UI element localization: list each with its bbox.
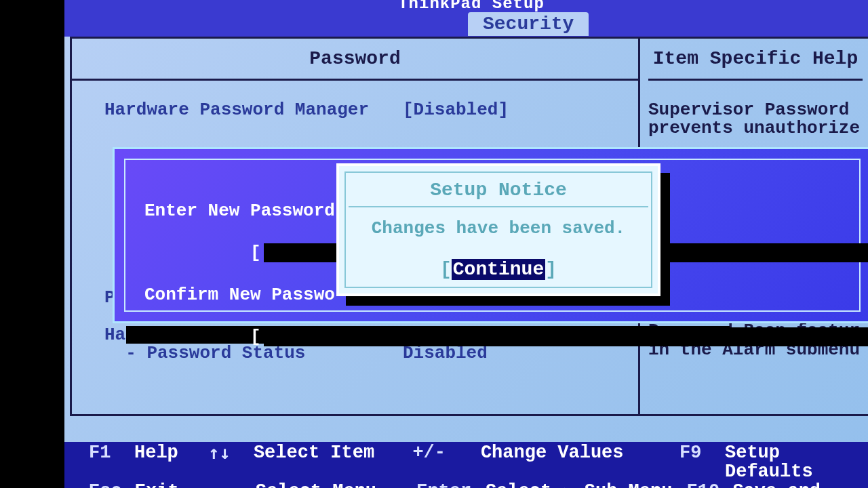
dialog-button-row: [Continue] — [346, 259, 651, 280]
bracket-open: [ — [250, 327, 261, 347]
key-label-select-submenu: Select ▸ Sub-Menu — [486, 482, 687, 488]
key-label-select-menu: Select Menu — [256, 482, 416, 488]
bracket-close: ] — [545, 259, 557, 280]
key-esc: Esc — [89, 482, 135, 488]
dialog-title: Setup Notice — [349, 173, 648, 207]
key-leftright: ←→ — [210, 482, 256, 488]
bracket-open: [ — [250, 243, 261, 263]
key-label-setup-defaults: Setup Defaults — [725, 443, 854, 482]
confirm-new-password-input[interactable] — [264, 327, 868, 346]
key-f10: F10 — [687, 482, 733, 488]
key-updown: ↑↓ — [208, 443, 254, 482]
footer-help-bar: F1 Help ↑↓ Select Item +/- Change Values… — [64, 442, 868, 488]
continue-button[interactable]: Continue — [452, 259, 545, 280]
confirm-new-password-field-row: [] — [144, 306, 840, 367]
app-title: ThinkPad Setup — [64, 0, 868, 12]
setting-hw-pw-mgr[interactable]: Hardware Password Manager [Disabled] — [104, 101, 606, 119]
key-label-change-values: Change Values — [481, 443, 679, 482]
key-label-save-exit: Save and Exit — [732, 482, 854, 488]
key-label-exit: Exit — [135, 482, 210, 488]
bios-screen: ThinkPad Setup Security Password Hardwar… — [64, 0, 868, 488]
key-enter: Enter — [416, 482, 486, 488]
right-header: Item Specific Help — [648, 39, 863, 81]
setting-label: Hardware Password Manager — [104, 101, 403, 119]
bracket-open: [ — [440, 259, 452, 280]
key-label-help: Help — [134, 443, 208, 482]
tab-security[interactable]: Security — [468, 12, 589, 36]
left-header: Password — [72, 39, 638, 81]
help-line: prevents unauthorize — [648, 119, 863, 138]
dialog-message: Changes have been saved. — [346, 207, 651, 239]
content-frame: Password Hardware Password Manager [Disa… — [70, 37, 868, 416]
setting-value: [Disabled] — [403, 101, 606, 119]
key-f9: F9 — [679, 443, 725, 482]
tab-row: Security — [64, 12, 868, 37]
key-f1: F1 — [89, 443, 134, 482]
help-line: Supervisor Password — [648, 101, 863, 119]
key-label-select-item: Select Item — [254, 443, 413, 482]
setup-notice-dialog: Setup Notice Changes have been saved. [C… — [336, 163, 660, 296]
key-plusminus: +/- — [412, 443, 481, 482]
